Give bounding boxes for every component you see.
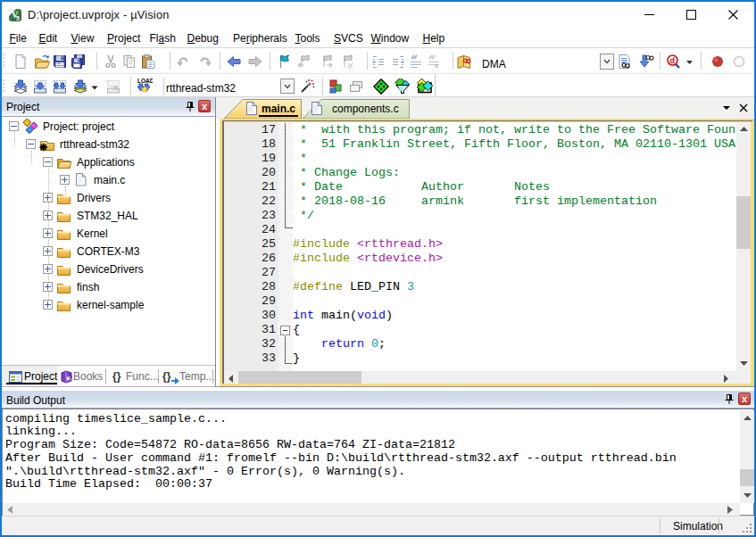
svg-text:?: ?	[67, 374, 72, 383]
svg-text:❋: ❋	[39, 142, 47, 152]
svg-text:d: d	[670, 56, 676, 65]
svg-text:LOAD: LOAD	[137, 78, 153, 84]
